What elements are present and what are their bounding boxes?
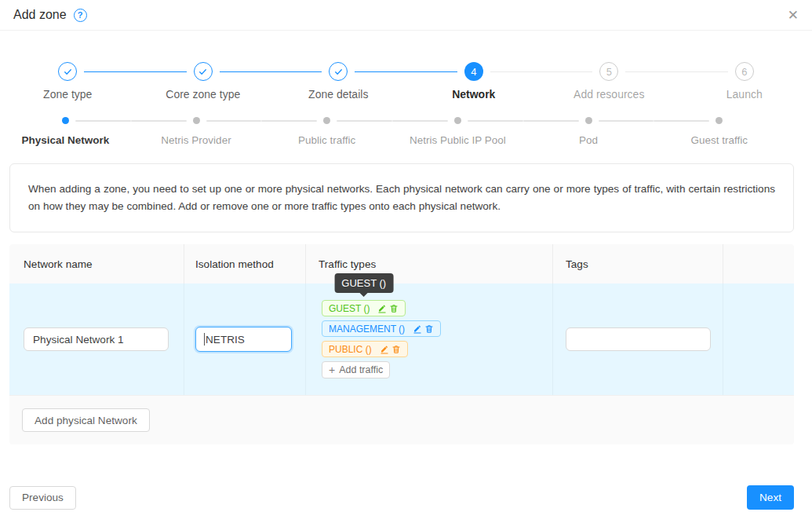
tags-input[interactable] bbox=[566, 327, 711, 351]
substep-label: Guest traffic bbox=[690, 134, 748, 146]
column-header-tags: Tags bbox=[553, 244, 723, 283]
check-icon bbox=[329, 62, 348, 81]
traffic-tag-management: MANAGEMENT () bbox=[322, 320, 441, 337]
step-label: Add resources bbox=[573, 88, 644, 101]
isolation-method-input[interactable]: NETRIS bbox=[195, 327, 292, 352]
step-label: Zone type bbox=[43, 88, 92, 101]
step-number: 6 bbox=[735, 62, 754, 81]
step-dot bbox=[716, 117, 723, 124]
step-label: Zone details bbox=[308, 88, 368, 101]
substep-guest-traffic: Guest traffic bbox=[654, 117, 785, 146]
step-add-resources: 5 Add resources bbox=[541, 62, 677, 101]
add-physical-network-button[interactable]: Add physical Network bbox=[22, 408, 150, 432]
substep-pod: Pod bbox=[523, 117, 654, 146]
step-dot bbox=[454, 117, 461, 124]
edit-icon[interactable] bbox=[377, 304, 387, 313]
traffic-tooltip: GUEST () bbox=[334, 273, 393, 293]
table-header: Network name Isolation method Traffic ty… bbox=[9, 244, 794, 283]
check-icon bbox=[58, 62, 77, 81]
step-label: Launch bbox=[726, 88, 763, 101]
text-caret bbox=[204, 333, 205, 346]
add-traffic-button[interactable]: + Add traffic bbox=[322, 361, 390, 379]
step-label: Core zone type bbox=[166, 88, 240, 101]
substep-public-traffic: Public traffic bbox=[261, 117, 392, 146]
edit-icon[interactable] bbox=[380, 345, 389, 354]
substep-label: Pod bbox=[579, 134, 598, 146]
table-row: NETRIS GUEST () GUEST () MANAGEMENT () bbox=[9, 283, 794, 395]
question-circle-icon[interactable]: ? bbox=[74, 9, 87, 22]
step-launch: 6 Launch bbox=[677, 62, 812, 101]
check-icon bbox=[194, 62, 213, 81]
traffic-tag-guest: GUEST () bbox=[322, 300, 406, 316]
step-label: Network bbox=[452, 88, 495, 101]
next-button[interactable]: Next bbox=[747, 485, 794, 510]
traffic-tag-public: PUBLIC () bbox=[322, 341, 408, 357]
column-header-actions bbox=[723, 244, 794, 283]
column-header-isolation-method: Isolation method bbox=[184, 244, 306, 283]
wizard-steps: Zone type Core zone type Zone details 4 … bbox=[0, 62, 812, 101]
network-substeps: Physical Network Netris Provider Public … bbox=[0, 117, 785, 146]
dialog-header: Add zone ? ✕ bbox=[0, 0, 812, 31]
step-core-zone-type: Core zone type bbox=[136, 62, 271, 101]
step-dot bbox=[585, 117, 592, 124]
wizard-actions: Previous Next bbox=[9, 485, 794, 510]
network-name-input[interactable] bbox=[24, 327, 169, 351]
delete-icon[interactable] bbox=[424, 324, 434, 334]
close-icon[interactable]: ✕ bbox=[788, 9, 799, 22]
substep-physical-network: Physical Network bbox=[0, 117, 131, 146]
step-number: 4 bbox=[464, 62, 483, 81]
substep-label: Netris Public IP Pool bbox=[410, 134, 506, 146]
column-header-network-name: Network name bbox=[9, 244, 184, 283]
substep-label: Physical Network bbox=[21, 134, 109, 146]
step-number: 5 bbox=[599, 62, 618, 81]
step-zone-type: Zone type bbox=[0, 62, 136, 101]
step-dot bbox=[193, 117, 200, 124]
physical-network-table: Network name Isolation method Traffic ty… bbox=[9, 244, 794, 444]
step-dot bbox=[323, 117, 330, 124]
delete-icon[interactable] bbox=[389, 304, 399, 313]
substep-label: Netris Provider bbox=[161, 134, 231, 146]
step-network: 4 Network bbox=[406, 62, 542, 101]
substep-netris-provider: Netris Provider bbox=[131, 117, 262, 146]
step-zone-details: Zone details bbox=[271, 62, 406, 101]
dialog-title: Add zone bbox=[13, 8, 67, 22]
delete-icon[interactable] bbox=[391, 345, 401, 354]
step-dot bbox=[62, 117, 69, 124]
plus-icon: + bbox=[329, 364, 335, 375]
isolation-method-value: NETRIS bbox=[206, 334, 245, 346]
table-footer: Add physical Network bbox=[9, 395, 794, 444]
edit-icon[interactable] bbox=[413, 324, 422, 334]
info-box: When adding a zone, you need to set up o… bbox=[9, 163, 794, 232]
substep-netris-public-ip-pool: Netris Public IP Pool bbox=[392, 117, 523, 146]
substep-label: Public traffic bbox=[298, 134, 355, 146]
traffic-types-list: GUEST () GUEST () MANAGEMENT () bbox=[322, 300, 441, 379]
previous-button[interactable]: Previous bbox=[9, 486, 76, 510]
